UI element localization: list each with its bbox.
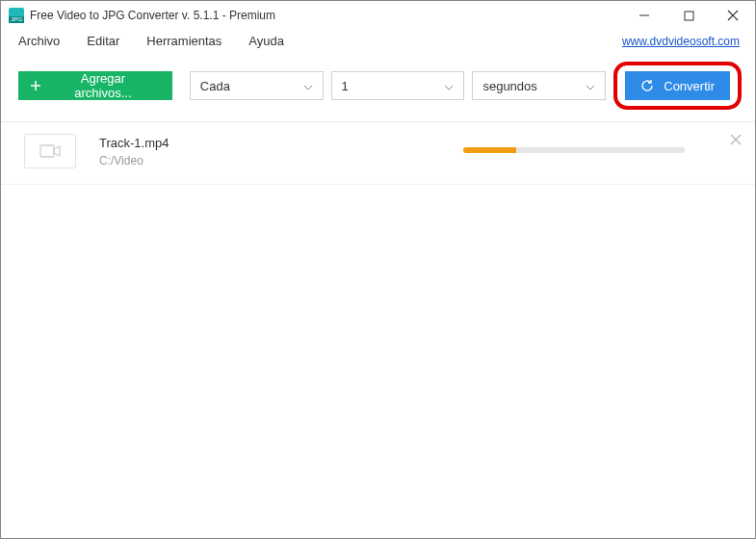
mode-select[interactable]: Cada xyxy=(190,71,324,100)
mode-select-value: Cada xyxy=(200,79,230,93)
titlebar: Free Video to JPG Converter v. 5.1.1 - P… xyxy=(1,1,755,30)
file-name: Track-1.mp4 xyxy=(99,136,169,150)
video-thumbnail-icon xyxy=(24,134,76,168)
menu-help[interactable]: Ayuda xyxy=(248,34,284,48)
value-select-value: 1 xyxy=(342,79,349,93)
menu-tools[interactable]: Herramientas xyxy=(146,34,222,48)
unit-select[interactable]: segundos xyxy=(472,71,606,100)
chevron-down-icon xyxy=(303,79,313,93)
window-controls xyxy=(622,1,755,30)
list-item[interactable]: Track-1.mp4 C:/Video xyxy=(1,122,755,185)
chevron-down-icon xyxy=(444,79,454,93)
convert-button[interactable]: Convertir xyxy=(625,71,730,100)
file-info: Track-1.mp4 C:/Video xyxy=(99,136,169,167)
progress-bar xyxy=(463,147,685,153)
window-title: Free Video to JPG Converter v. 5.1.1 - P… xyxy=(30,9,275,22)
refresh-icon xyxy=(640,79,654,92)
file-path: C:/Video xyxy=(99,154,169,167)
app-icon xyxy=(9,8,24,23)
plus-icon xyxy=(30,80,41,91)
chevron-down-icon xyxy=(586,79,595,93)
svg-marker-7 xyxy=(54,146,60,156)
unit-select-value: segundos xyxy=(482,79,536,93)
remove-item-button[interactable] xyxy=(730,132,742,149)
file-list: Track-1.mp4 C:/Video xyxy=(1,121,755,185)
progress-fill xyxy=(463,147,516,153)
svg-rect-1 xyxy=(685,12,693,20)
minimize-button[interactable] xyxy=(622,1,666,30)
add-files-button[interactable]: Agregar archivos... xyxy=(18,71,172,100)
menu-edit[interactable]: Editar xyxy=(87,34,119,48)
close-button[interactable] xyxy=(711,1,755,30)
maximize-button[interactable] xyxy=(666,1,711,30)
toolbar: Agregar archivos... Cada 1 segundos xyxy=(1,54,755,121)
svg-rect-6 xyxy=(40,145,54,157)
convert-label: Convertir xyxy=(664,79,715,93)
add-files-label: Agregar archivos... xyxy=(51,71,155,100)
menu-file[interactable]: Archivo xyxy=(18,34,60,48)
website-link[interactable]: www.dvdvideosoft.com xyxy=(622,35,740,48)
convert-highlight: Convertir xyxy=(613,62,742,110)
value-select[interactable]: 1 xyxy=(331,71,465,100)
app-window: Free Video to JPG Converter v. 5.1.1 - P… xyxy=(0,0,756,539)
menubar: Archivo Editar Herramientas Ayuda www.dv… xyxy=(1,30,755,54)
